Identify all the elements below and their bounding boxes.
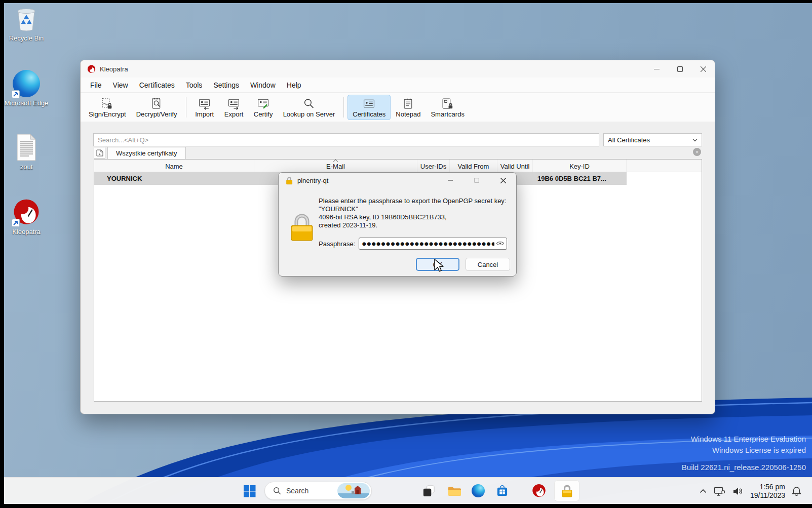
maximize-icon [677,66,683,72]
smartcards-icon [441,97,454,110]
file-explorer-button[interactable] [443,480,465,501]
export-button[interactable]: Export [219,95,249,120]
network-status-button[interactable] [710,481,729,501]
windows-start-icon [243,485,256,497]
system-tray: 1:56 pm 19/11/2023 [696,478,812,504]
start-button[interactable] [238,480,260,501]
padlock-icon [289,211,315,243]
certificates-button[interactable]: Certificates [347,95,391,120]
notepad-icon [402,97,414,110]
column-header-name[interactable]: Name [94,160,254,172]
recycle-bin-icon [4,4,49,32]
kleopatra-taskbar-button[interactable] [528,480,550,501]
menu-view[interactable]: View [107,77,134,93]
passphrase-label: Passphrase: [319,240,355,248]
lock-icon [286,176,293,185]
menu-file[interactable]: File [85,77,107,93]
close-icon [701,66,706,72]
tab-page-button[interactable] [94,147,105,159]
maximize-button[interactable] [668,60,691,77]
decrypt-verify-button[interactable]: Decrypt/Verify [131,95,182,120]
certificate-search-input[interactable] [93,133,599,146]
import-button[interactable]: Import [190,95,219,120]
kleopatra-toolbar: Sign/Encrypt Decrypt/Verify [81,93,715,122]
minimize-icon [448,178,453,183]
volume-button[interactable] [729,481,746,501]
column-header-email[interactable]: E-Mail [254,160,417,172]
desktop-icon-kleopatra[interactable]: Kleopatra [4,198,49,236]
close-button[interactable] [490,173,516,188]
sign-encrypt-icon [101,97,113,110]
chevron-down-icon [692,138,698,142]
prompt-line: 4096-bit RSA key, ID 19B60D5BBC21B733, [319,213,447,221]
column-header-user-ids[interactable]: User-IDs [417,160,450,172]
certify-button[interactable]: Certify [249,95,278,120]
menu-tools[interactable]: Tools [180,77,208,93]
menu-certificates[interactable]: Certificates [134,77,180,93]
taskbar-search-box[interactable]: Search [264,482,372,500]
minimize-button[interactable] [437,173,463,188]
smartcards-button[interactable]: Smartcards [426,95,469,120]
taskbar: Search [4,477,812,504]
chevron-up-icon [700,489,707,493]
window-title: Kleopatra [100,65,128,73]
show-passphrase-eye-icon[interactable] [496,240,505,247]
kleopatra-menubar: File View Certificates Tools Settings Wi… [81,77,715,93]
close-tab-icon[interactable]: × [693,148,701,156]
search-icon [273,487,281,495]
clock-date: 19/11/2023 [750,491,785,500]
menu-settings[interactable]: Settings [208,77,245,93]
column-header-key-id[interactable]: Key-ID [533,160,627,172]
edge-browser-button[interactable] [467,480,489,501]
column-header-valid-until[interactable]: Valid Until [497,160,533,172]
tray-overflow-button[interactable] [696,481,710,501]
menu-window[interactable]: Window [245,77,281,93]
certificate-filter-dropdown[interactable]: All Certificates [603,133,702,146]
file-explorer-icon [447,485,461,497]
decrypt-verify-icon [150,97,163,110]
mouse-cursor [434,259,446,274]
lookup-on-server-button[interactable]: Lookup on Server [278,95,340,120]
microsoft-store-button[interactable] [491,480,513,501]
desktop-icon-label: Microsoft Edge [4,99,49,107]
weather-widget-icon[interactable] [337,483,370,498]
shortcut-arrow-icon [12,90,20,98]
notepad-button[interactable]: Notepad [391,95,426,120]
clock-time: 1:56 pm [750,483,785,491]
bell-icon [792,486,801,496]
prompt-line: created 2023-11-19. [319,221,377,229]
desktop-icon-label: Recycle Bin [4,34,49,42]
tab-all-certificates[interactable]: Wszystkie certyfikaty [107,147,186,159]
cell-filler [627,172,702,185]
cell-name: YOURNICK [94,172,254,185]
microsoft-store-icon [496,485,509,497]
sign-encrypt-button[interactable]: Sign/Encrypt [84,95,131,120]
minimize-icon [654,66,660,72]
menu-help[interactable]: Help [281,77,307,93]
desktop-icon-label: zout [4,163,49,171]
kleopatra-titlebar: Kleopatra [81,60,715,77]
close-button[interactable] [691,60,715,77]
taskbar-clock[interactable]: 1:56 pm 19/11/2023 [750,483,785,500]
notifications-button[interactable] [788,481,805,501]
column-header-valid-from[interactable]: Valid From [450,160,497,172]
speaker-icon [732,486,743,496]
task-view-button[interactable] [417,480,440,501]
minimize-button[interactable] [645,60,668,77]
text-document-icon [4,133,49,161]
cell-key-id: 19B6 0D5B BC21 B7... [533,172,627,185]
desktop-icon-zout[interactable]: zout [4,133,49,171]
desktop-icon-microsoft-edge[interactable]: Microsoft Edge [4,69,49,107]
edge-icon [4,69,49,97]
lock-icon [561,484,573,498]
certificates-icon [363,97,375,110]
desktop-icon-label: Kleopatra [4,228,49,236]
pinentry-taskbar-button[interactable] [554,480,579,501]
passphrase-field-wrapper [359,238,507,250]
cancel-button[interactable]: Cancel [466,258,510,271]
passphrase-input[interactable] [359,238,507,250]
kleopatra-app-icon [87,65,96,73]
import-certificate-icon [198,97,211,110]
desktop-icon-recycle-bin[interactable]: Recycle Bin [4,4,49,42]
watermark-line: Build 22621.ni_release.220506-1250 [682,463,806,472]
